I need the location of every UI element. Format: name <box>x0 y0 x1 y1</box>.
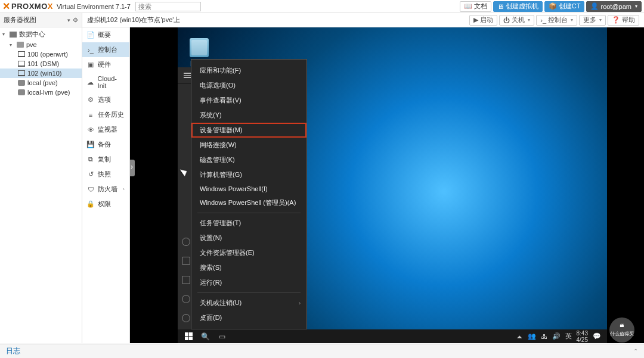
user-icon: 👤 <box>590 2 599 10</box>
logo: ✕ PROXMOX <box>2 1 53 12</box>
ctx-disk-management[interactable]: 磁盘管理(K) <box>191 152 306 167</box>
network-icon[interactable]: 🖧 <box>541 333 547 340</box>
submenu-options[interactable]: ⚙选项 <box>82 92 129 107</box>
chevron-up-icon: ⌃ <box>633 348 638 354</box>
vm-console[interactable]: 回收站 S 应用和功能(F) 电源选项( <box>130 27 644 343</box>
settings-icon[interactable] <box>182 295 190 303</box>
notification-icon[interactable]: 💬 <box>593 332 601 340</box>
start-button[interactable] <box>180 329 197 343</box>
tray-chevron-icon[interactable]: ⏶ <box>516 333 523 340</box>
ctx-system[interactable]: 系统(Y) <box>191 108 306 123</box>
submenu-hardware[interactable]: ▣硬件 <box>82 57 129 72</box>
main-area: ▾数据中心 ▾pve 100 (openwrt) 101 (DSM) 102 (… <box>0 27 644 343</box>
submenu-snapshot[interactable]: ↺快照 <box>82 167 129 182</box>
monitor-icon <box>18 70 25 76</box>
view-selector[interactable]: 服务器视图▾⚙ <box>0 13 82 27</box>
resource-tree: ▾数据中心 ▾pve 100 (openwrt) 101 (DSM) 102 (… <box>0 27 82 343</box>
user-menu[interactable]: 👤root@pam▾ <box>586 1 642 12</box>
breadcrumb-bar: 虚拟机102 (win10)在节点'pve'上 ▶启动 ⏻关机▾ ›_控制台▾ … <box>82 13 644 27</box>
start-button[interactable]: ▶启动 <box>469 15 497 26</box>
ctx-power-options[interactable]: 电源选项(O) <box>191 78 306 93</box>
chip-icon: ▣ <box>87 61 94 69</box>
ctx-settings[interactable]: 设置(N) <box>191 231 306 245</box>
ctx-run[interactable]: 运行(R) <box>191 275 306 290</box>
play-icon: ▶ <box>473 16 478 24</box>
ctx-task-manager[interactable]: 任务管理器(T) <box>191 216 306 231</box>
log-bar[interactable]: 日志 ⌃ <box>0 344 644 358</box>
top-header: ✕ PROXMOX Virtual Environment 7.1-7 📖文档 … <box>0 0 644 13</box>
search-input[interactable] <box>135 2 201 11</box>
user-icon[interactable] <box>182 238 190 246</box>
ctx-desktop[interactable]: 桌面(D) <box>191 310 306 325</box>
book-icon: 📖 <box>464 2 472 10</box>
chevron-right-icon: › <box>299 300 301 306</box>
ctx-computer-management[interactable]: 计算机管理(G) <box>191 167 306 182</box>
monitor-icon <box>18 51 25 57</box>
vm-desktop[interactable]: 回收站 S 应用和功能(F) 电源选项( <box>178 27 607 343</box>
watermark-badge: ❝ 什么值得买 <box>609 317 634 343</box>
submenu-replication[interactable]: ⧉复制 <box>82 152 129 167</box>
ctx-powershell-admin[interactable]: Windows PowerShell (管理员)(A) <box>191 195 306 210</box>
system-tray: ⏶ 👥 🖧 🔊 英 8:43 4/25 💬 <box>516 330 605 343</box>
server-icon <box>17 42 24 48</box>
tree-vm-100[interactable]: 100 (openwrt) <box>0 49 82 59</box>
ime-indicator[interactable]: 英 <box>565 332 572 341</box>
taskbar-clock[interactable]: 8:43 4/25 <box>577 330 588 343</box>
taskbar-search[interactable]: 🔍 <box>197 329 213 343</box>
gear-icon: ⚙ <box>73 17 78 23</box>
ctx-network-connections[interactable]: 网络连接(W) <box>191 138 306 152</box>
documents-icon[interactable] <box>182 257 190 265</box>
menu-separator <box>197 213 301 213</box>
save-icon: 💾 <box>87 141 94 148</box>
submenu-summary[interactable]: 📄概要 <box>82 27 129 42</box>
create-vm-button[interactable]: 🖥创建虚拟机 <box>493 1 543 12</box>
hamburger-icon[interactable] <box>184 73 191 78</box>
ctx-device-manager[interactable]: 设备管理器(M) <box>191 123 306 138</box>
create-ct-button[interactable]: 📦创建CT <box>544 1 585 12</box>
ctx-apps-features[interactable]: 应用和功能(F) <box>191 63 306 78</box>
ctx-file-explorer[interactable]: 文件资源管理器(E) <box>191 245 306 260</box>
tree-storage-local-lvm[interactable]: local-lvm (pve) <box>0 88 82 97</box>
ctx-event-viewer[interactable]: 事件查看器(V) <box>191 93 306 108</box>
taskbar-taskview[interactable]: ▭ <box>213 329 230 343</box>
disk-icon <box>18 80 25 86</box>
collapse-handle[interactable] <box>130 160 135 176</box>
menu-separator <box>197 292 301 293</box>
note-icon: 📄 <box>87 32 94 39</box>
shutdown-button[interactable]: ⏻关机▾ <box>499 15 534 26</box>
tree-datacenter[interactable]: ▾数据中心 <box>0 29 82 40</box>
submenu-cloudinit[interactable]: ☁Cloud-Init <box>82 72 129 92</box>
submenu-backup[interactable]: 💾备份 <box>82 137 129 152</box>
volume-icon[interactable]: 🔊 <box>552 332 561 340</box>
ctx-search[interactable]: 搜索(S) <box>191 260 306 275</box>
tree-vm-102[interactable]: 102 (win10) <box>0 69 82 78</box>
help-button[interactable]: ❓帮助 <box>608 15 639 26</box>
logo-text: PROXMOX <box>11 2 53 11</box>
console-button[interactable]: ›_控制台▾ <box>536 15 577 26</box>
log-label: 日志 <box>6 346 20 356</box>
submenu-task-history[interactable]: ≡任务历史 <box>82 107 129 122</box>
monitor-icon: 🖥 <box>497 3 504 10</box>
env-version: Virtual Environment 7.1-7 <box>57 3 131 10</box>
submenu-firewall[interactable]: 🛡防火墙› <box>82 182 129 197</box>
tree-node-pve[interactable]: ▾pve <box>0 40 82 49</box>
power-icon[interactable] <box>182 314 190 322</box>
ctx-shutdown-signout[interactable]: 关机或注销(U)› <box>191 295 306 310</box>
windows-taskbar[interactable]: 🔍 ▭ ⏶ 👥 🖧 🔊 英 8:43 4/25 💬 <box>178 329 607 343</box>
tree-storage-local[interactable]: local (pve) <box>0 78 82 88</box>
ctx-powershell[interactable]: Windows PowerShell(I) <box>191 182 306 195</box>
monitor-icon <box>18 61 25 67</box>
eye-icon: 👁 <box>87 126 94 133</box>
submenu-console[interactable]: ›_控制台 <box>82 42 129 57</box>
people-icon[interactable]: 👥 <box>528 332 536 340</box>
disk-icon <box>18 89 25 95</box>
submenu-permissions[interactable]: 🔒权限 <box>82 197 129 211</box>
taskview-icon: ▭ <box>219 332 225 341</box>
more-button[interactable]: 更多▾ <box>579 15 606 26</box>
lock-icon: 🔒 <box>87 201 94 208</box>
tree-vm-101[interactable]: 101 (DSM) <box>0 59 82 69</box>
docs-button[interactable]: 📖文档 <box>460 1 491 12</box>
submenu-monitor[interactable]: 👁监视器 <box>82 122 129 137</box>
winx-context-menu: 应用和功能(F) 电源选项(O) 事件查看器(V) 系统(Y) 设备管理器(M)… <box>191 59 307 329</box>
pictures-icon[interactable] <box>182 276 190 284</box>
